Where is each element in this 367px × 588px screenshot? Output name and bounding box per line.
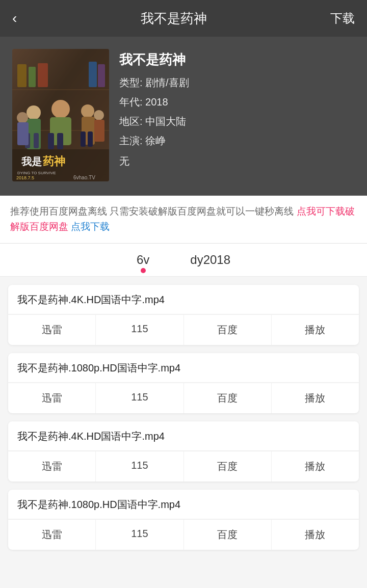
movie-details: 我不是药神 类型: 剧情/喜剧 年代: 2018 地区: 中国大陆 主演: 徐峥… bbox=[119, 49, 355, 181]
file-actions: 迅雷115百度播放 bbox=[8, 314, 359, 345]
svg-text:我是: 我是 bbox=[21, 156, 42, 167]
file-action-迅雷[interactable]: 迅雷 bbox=[8, 383, 96, 413]
file-name: 我不是药神.4K.HD国语中字.mp4 bbox=[8, 421, 359, 451]
movie-year: 年代: 2018 bbox=[119, 94, 355, 110]
file-action-115[interactable]: 115 bbox=[96, 315, 184, 345]
poster-image: 我是 药神 DYING TO SURVIVE 2018.7.5 6vhao.TV bbox=[12, 49, 109, 181]
movie-actor: 主演: 徐峥 bbox=[119, 133, 355, 148]
movie-region: 地区: 中国大陆 bbox=[119, 114, 355, 129]
svg-point-17 bbox=[81, 104, 94, 118]
svg-rect-4 bbox=[17, 64, 27, 87]
movie-info-section: 我是 药神 DYING TO SURVIVE 2018.7.5 6vhao.TV… bbox=[0, 37, 367, 196]
movie-poster: 我是 药神 DYING TO SURVIVE 2018.7.5 6vhao.TV bbox=[12, 49, 109, 181]
file-action-迅雷[interactable]: 迅雷 bbox=[8, 315, 96, 345]
tabs-bar: 6v dy2018 bbox=[0, 244, 367, 277]
svg-rect-16 bbox=[57, 133, 63, 149]
svg-point-13 bbox=[51, 100, 70, 118]
file-card: 我不是药神.1080p.HD国语中字.mp4迅雷115百度播放 bbox=[8, 353, 359, 413]
file-action-播放[interactable]: 播放 bbox=[272, 383, 359, 413]
file-action-115[interactable]: 115 bbox=[96, 383, 184, 413]
file-card: 我不是药神.1080p.HD国语中字.mp4迅雷115百度播放 bbox=[8, 490, 359, 550]
svg-rect-12 bbox=[34, 133, 39, 148]
file-name: 我不是药神.1080p.HD国语中字.mp4 bbox=[8, 353, 359, 383]
file-action-迅雷[interactable]: 迅雷 bbox=[8, 520, 96, 550]
svg-rect-24 bbox=[94, 120, 104, 142]
banner-text1: 推荐使用百度网盘离线 只需安装破解版百度网盘就可以一键秒离线 bbox=[10, 206, 297, 217]
tab-active-indicator bbox=[141, 268, 146, 273]
banner-ad: 推荐使用百度网盘离线 只需安装破解版百度网盘就可以一键秒离线 点我可下载破解版百… bbox=[0, 196, 367, 244]
file-name: 我不是药神.1080p.HD国语中字.mp4 bbox=[8, 490, 359, 519]
file-action-迅雷[interactable]: 迅雷 bbox=[8, 451, 96, 482]
svg-point-9 bbox=[27, 105, 41, 120]
file-actions: 迅雷115百度播放 bbox=[8, 451, 359, 482]
tab-dy2018[interactable]: dy2018 bbox=[190, 253, 230, 272]
tab-6v[interactable]: 6v bbox=[137, 253, 149, 272]
header: ‹ 我不是药神 下载 bbox=[0, 0, 367, 37]
file-action-115[interactable]: 115 bbox=[96, 451, 184, 482]
movie-extra: 无 bbox=[119, 154, 355, 168]
svg-rect-15 bbox=[48, 133, 54, 149]
file-action-百度[interactable]: 百度 bbox=[184, 520, 272, 550]
svg-rect-8 bbox=[98, 64, 105, 87]
back-button[interactable]: ‹ bbox=[12, 10, 17, 26]
svg-point-21 bbox=[17, 112, 28, 123]
file-actions: 迅雷115百度播放 bbox=[8, 519, 359, 550]
file-card: 我不是药神.4K.HD国语中字.mp4迅雷115百度播放 bbox=[8, 421, 359, 482]
svg-rect-19 bbox=[81, 131, 86, 147]
banner-link2[interactable]: 点我下载 bbox=[71, 221, 110, 232]
svg-rect-7 bbox=[89, 62, 97, 87]
file-actions: 迅雷115百度播放 bbox=[8, 383, 359, 413]
download-button[interactable]: 下载 bbox=[330, 10, 355, 26]
file-action-百度[interactable]: 百度 bbox=[184, 383, 272, 413]
file-card: 我不是药神.4K.HD国语中字.mp4迅雷115百度播放 bbox=[8, 285, 359, 345]
svg-rect-22 bbox=[17, 122, 29, 145]
file-name: 我不是药神.4K.HD国语中字.mp4 bbox=[8, 285, 359, 314]
page-title: 我不是药神 bbox=[141, 10, 207, 28]
file-action-播放[interactable]: 播放 bbox=[272, 520, 359, 550]
svg-text:DYING TO SURVIVE: DYING TO SURVIVE bbox=[17, 171, 56, 175]
file-action-百度[interactable]: 百度 bbox=[184, 451, 272, 482]
svg-text:6vhao.TV: 6vhao.TV bbox=[73, 175, 95, 180]
file-list: 我不是药神.4K.HD国语中字.mp4迅雷115百度播放我不是药神.1080p.… bbox=[0, 277, 367, 558]
file-action-115[interactable]: 115 bbox=[96, 520, 184, 550]
movie-title: 我不是药神 bbox=[119, 51, 355, 69]
svg-text:药神: 药神 bbox=[43, 155, 65, 168]
file-action-百度[interactable]: 百度 bbox=[184, 315, 272, 345]
svg-text:2018.7.5: 2018.7.5 bbox=[16, 175, 34, 180]
file-action-播放[interactable]: 播放 bbox=[272, 315, 359, 345]
svg-rect-5 bbox=[29, 67, 36, 87]
svg-rect-6 bbox=[38, 63, 48, 87]
file-action-播放[interactable]: 播放 bbox=[272, 451, 359, 482]
svg-rect-20 bbox=[88, 131, 93, 147]
svg-point-23 bbox=[94, 110, 104, 120]
movie-type: 类型: 剧情/喜剧 bbox=[119, 75, 355, 90]
